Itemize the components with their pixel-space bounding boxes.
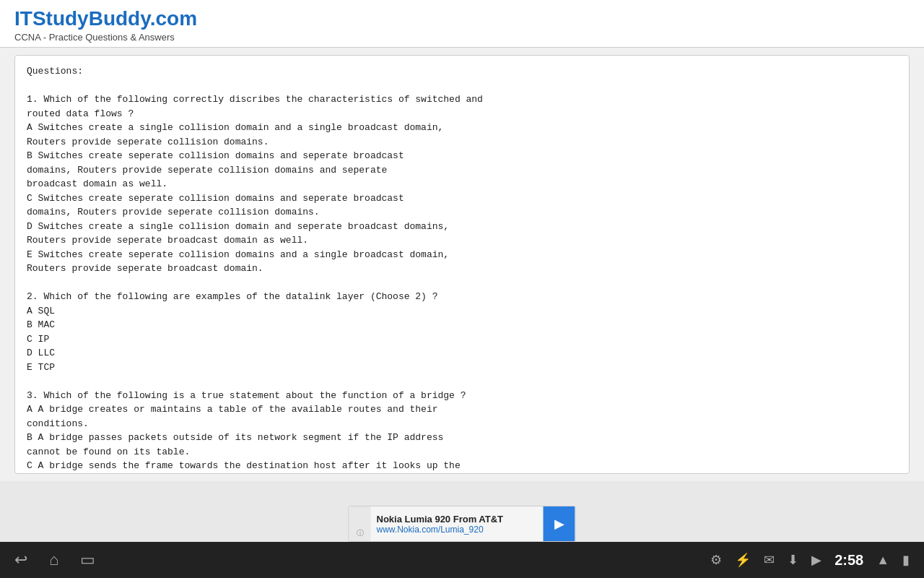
question-box[interactable]: Questions: 1. Which of the following cor… xyxy=(14,55,910,474)
time-display: 2:58 xyxy=(834,552,863,569)
app-header: ITStudyBuddy.com CCNA - Practice Questio… xyxy=(0,0,924,48)
ad-title: Nokia Lumia 920 From AT&T xyxy=(377,514,538,525)
bottom-nav: ↩ ⌂ ▭ ⚙ ⚡ ✉ ⬇ ▶ 2:58 ▲ ▮ xyxy=(0,542,924,578)
battery-icon: ▮ xyxy=(902,552,910,568)
ad-url[interactable]: www.Nokia.com/Lumia_920 xyxy=(377,525,538,535)
download-status-icon: ⬇ xyxy=(788,552,798,568)
info-icon: ⓘ xyxy=(357,528,364,538)
wifi-icon: ▲ xyxy=(876,553,889,568)
nav-right: ⚙ ⚡ ✉ ⬇ ▶ 2:58 ▲ ▮ xyxy=(710,552,910,569)
play-status-icon: ▶ xyxy=(811,552,821,568)
ad-banner[interactable]: ⓘ Nokia Lumia 920 From AT&T www.Nokia.co… xyxy=(349,506,576,542)
back-button[interactable]: ↩ xyxy=(14,551,27,569)
site-title[interactable]: ITStudyBuddy.com xyxy=(14,7,910,30)
ad-text-area: Nokia Lumia 920 From AT&T www.Nokia.com/… xyxy=(371,509,544,539)
android-status-icon: ⚙ xyxy=(710,552,722,568)
gmail-status-icon: ✉ xyxy=(764,552,775,568)
site-subtitle: CCNA - Practice Questions & Answers xyxy=(14,32,910,43)
nav-left: ↩ ⌂ ▭ xyxy=(14,551,95,569)
usb-status-icon: ⚡ xyxy=(735,552,751,568)
ad-arrow-button[interactable] xyxy=(544,506,575,541)
recent-apps-button[interactable]: ▭ xyxy=(80,551,95,569)
main-content: Questions: 1. Which of the following cor… xyxy=(0,48,924,481)
home-button[interactable]: ⌂ xyxy=(49,551,58,569)
ad-info-icon: ⓘ xyxy=(349,506,371,541)
